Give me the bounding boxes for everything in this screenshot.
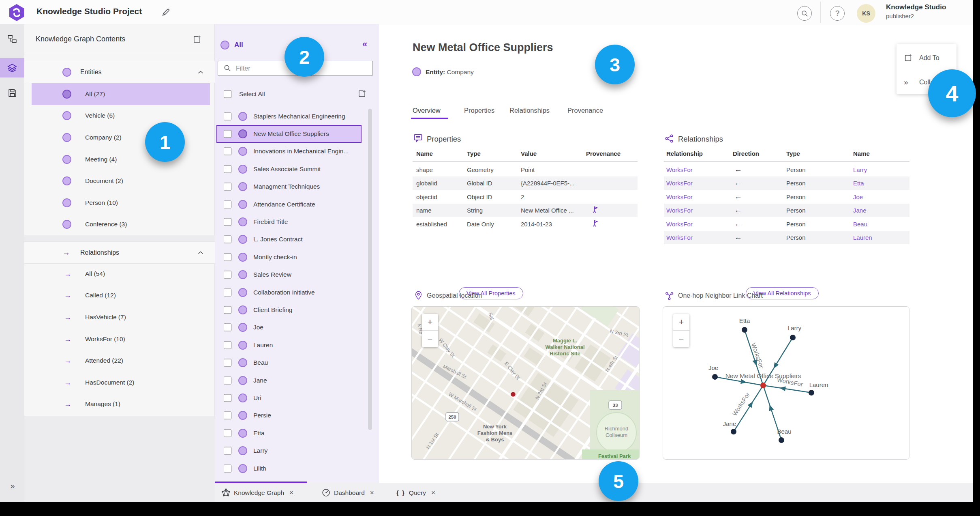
graph-node[interactable]	[779, 437, 784, 443]
tab-provenance[interactable]: Provenance	[567, 107, 603, 114]
layers-button[interactable]	[0, 58, 24, 77]
graph-node[interactable]	[712, 374, 718, 380]
relationship-link[interactable]: WorksFor	[666, 166, 693, 173]
relationship-type-item[interactable]: →HasDocument (2)	[24, 372, 215, 393]
item-checkbox[interactable]	[224, 376, 231, 384]
relationship-link[interactable]: WorksFor	[666, 180, 693, 187]
bottom-tab-knowledge-graph[interactable]: Knowledge Graph ×	[222, 483, 293, 502]
graph-item[interactable]: Etta	[215, 424, 379, 442]
item-checkbox[interactable]	[224, 236, 231, 243]
relationship-type-item[interactable]: →Called (12)	[24, 285, 215, 307]
geospatial-map[interactable]: k RdW Clay StSalMaggie L.Walker National…	[411, 306, 640, 460]
graph-item[interactable]: Uri	[215, 389, 379, 406]
related-name-link[interactable]: Etta	[853, 180, 864, 187]
item-checkbox[interactable]	[224, 218, 231, 226]
graph-item[interactable]: Staplers Mechanical Engineering	[215, 108, 379, 125]
graph-item[interactable]: Lauren	[215, 336, 379, 354]
close-tab-icon[interactable]: ×	[431, 489, 435, 497]
save-button[interactable]	[0, 83, 24, 103]
bottom-tab-query[interactable]: { } Query ×	[396, 483, 435, 502]
relationship-type-item[interactable]: →Manages (1)	[24, 393, 215, 415]
provenance-flag-icon[interactable]	[592, 206, 598, 213]
graph-item[interactable]: Sales Associate Summit	[215, 160, 379, 178]
relationship-link[interactable]: WorksFor	[666, 193, 693, 200]
close-tab-icon[interactable]: ×	[370, 489, 374, 497]
graph-item[interactable]: Beau	[215, 354, 379, 371]
graph-item[interactable]: L. Jones Contract	[215, 231, 379, 248]
add-to-menu-item[interactable]: Add To	[897, 48, 956, 68]
close-tab-icon[interactable]: ×	[289, 489, 293, 497]
zoom-in-button[interactable]: +	[422, 314, 438, 331]
scrollbar[interactable]	[368, 109, 372, 430]
bottom-tab-dashboard[interactable]: Dashboard ×	[322, 483, 374, 502]
add-to-new-icon[interactable]	[357, 89, 366, 98]
graph-item[interactable]: Managment Techniques	[215, 178, 379, 196]
graph-item[interactable]: Collaboration initiative	[215, 284, 379, 301]
avatar[interactable]: KS	[857, 4, 875, 23]
item-checkbox[interactable]	[224, 306, 231, 314]
item-checkbox[interactable]	[224, 200, 231, 208]
item-checkbox[interactable]	[224, 412, 231, 419]
item-checkbox[interactable]	[224, 429, 231, 437]
relationship-type-item[interactable]: →Attended (22)	[24, 350, 215, 372]
graph-item[interactable]: New Metal Office Suppliers	[216, 125, 362, 142]
entity-type-item[interactable]: All (27)	[24, 83, 215, 105]
entity-type-item[interactable]: Person (10)	[24, 192, 215, 214]
related-name-link[interactable]: Larry	[853, 166, 867, 173]
item-checkbox[interactable]	[224, 183, 231, 191]
help-button[interactable]: ?	[830, 6, 845, 21]
collapse-panel-icon[interactable]: «	[362, 39, 367, 49]
chevron-up-icon[interactable]	[198, 251, 203, 254]
chevron-up-icon[interactable]	[198, 70, 203, 74]
expand-rail-button[interactable]: »	[0, 478, 24, 494]
select-all-checkbox[interactable]	[224, 90, 231, 98]
tab-overview[interactable]: Overview	[413, 107, 441, 114]
graph-item[interactable]: Persie	[215, 407, 379, 424]
graph-item[interactable]: Larry	[215, 442, 379, 459]
entities-section-header[interactable]: Entities	[24, 61, 215, 83]
zoom-out-button[interactable]: −	[422, 331, 438, 347]
one-hop-link-chart[interactable]: WorksForWorksForWorksForNew Metal Office…	[663, 306, 909, 460]
item-checkbox[interactable]	[224, 271, 231, 279]
entity-type-item[interactable]: Conference (3)	[24, 214, 215, 236]
item-checkbox[interactable]	[224, 464, 231, 472]
item-checkbox[interactable]	[224, 165, 231, 173]
graph-item[interactable]: Firebird Title	[215, 213, 379, 230]
entity-type-item[interactable]: Document (2)	[24, 170, 215, 192]
center-graph-node[interactable]	[760, 383, 766, 388]
graph-node[interactable]	[742, 327, 747, 333]
related-name-link[interactable]: Jane	[853, 207, 867, 214]
item-checkbox[interactable]	[224, 324, 231, 331]
entity-type-item[interactable]: Meeting (4)	[24, 148, 215, 170]
item-checkbox[interactable]	[224, 341, 231, 349]
graph-node[interactable]	[809, 390, 814, 396]
graph-item[interactable]: Client Briefing	[215, 301, 379, 318]
item-checkbox[interactable]	[224, 112, 231, 120]
item-checkbox[interactable]	[224, 253, 231, 261]
provenance-flag-icon[interactable]	[592, 219, 598, 227]
zoom-out-button[interactable]: −	[673, 331, 689, 347]
item-checkbox[interactable]	[224, 288, 231, 296]
graph-item[interactable]: Montly check-in	[215, 248, 379, 266]
item-checkbox[interactable]	[224, 130, 231, 138]
related-name-link[interactable]: Joe	[853, 193, 863, 200]
search-button[interactable]	[797, 6, 812, 21]
item-checkbox[interactable]	[224, 447, 231, 455]
map-canvas[interactable]: k RdW Clay StSalMaggie L.Walker National…	[412, 307, 640, 460]
relationship-type-item[interactable]: →WorksFor (10)	[24, 328, 215, 350]
schema-hierarchy-button[interactable]	[0, 29, 24, 49]
relationship-link[interactable]: WorksFor	[666, 220, 693, 227]
link-chart-canvas[interactable]: WorksForWorksForWorksForNew Metal Office…	[663, 307, 909, 460]
relationship-link[interactable]: WorksFor	[666, 234, 693, 241]
graph-item[interactable]: Jane	[215, 372, 379, 389]
relationship-type-item[interactable]: →HasVehicle (7)	[24, 306, 215, 328]
graph-item[interactable]: Joe	[215, 319, 379, 336]
graph-item[interactable]: Innovations in Mechanical Engin...	[215, 143, 379, 160]
graph-node[interactable]	[790, 335, 796, 340]
item-checkbox[interactable]	[224, 148, 231, 155]
item-checkbox[interactable]	[224, 394, 231, 402]
entity-type-item[interactable]: Vehicle (6)	[24, 105, 215, 127]
graph-node[interactable]	[731, 429, 736, 434]
add-to-new-icon[interactable]	[193, 35, 201, 44]
item-checkbox[interactable]	[224, 359, 231, 367]
